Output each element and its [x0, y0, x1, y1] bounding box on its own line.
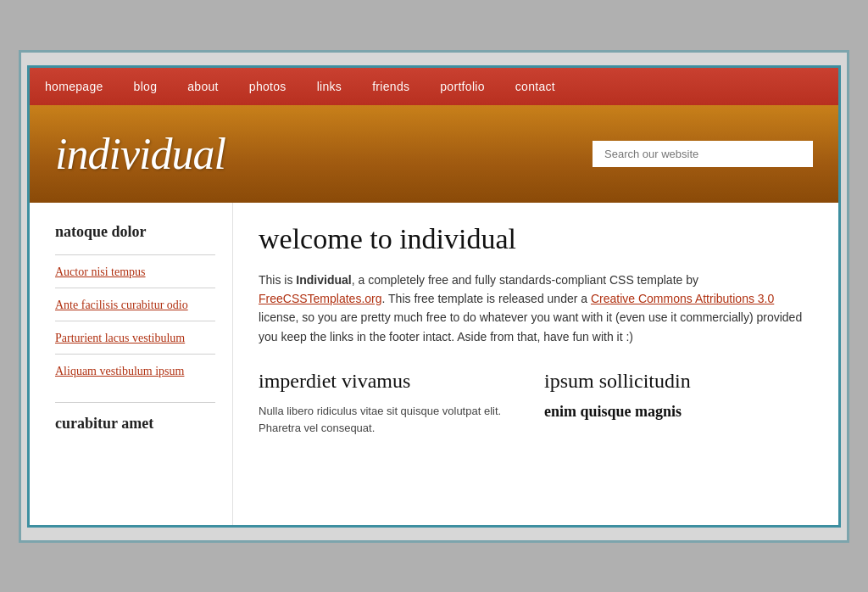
freecss-link[interactable]: FreeCSSTemplates.org	[259, 292, 382, 305]
sidebar-link-item: Aliquam vestibulum ipsum	[55, 354, 215, 387]
intro-paragraph: This is Individual, a completely free an…	[259, 271, 813, 347]
sidebar-link[interactable]: Auctor nisi tempus	[55, 265, 146, 278]
sidebar-link[interactable]: Aliquam vestibulum ipsum	[55, 365, 184, 377]
col-left-text: Nulla libero ridiculus vitae sit quisque…	[259, 403, 527, 437]
nav-item-contact[interactable]: contact	[500, 68, 570, 105]
sidebar-link[interactable]: Ante facilisis curabitur odio	[55, 299, 188, 311]
sidebar: natoque dolor Auctor nisi tempusAnte fac…	[30, 203, 233, 525]
col-left: imperdiet vivamus Nulla libero ridiculus…	[259, 370, 544, 437]
col-left-heading: imperdiet vivamus	[259, 370, 527, 393]
sidebar-heading-2: curabitur amet	[55, 402, 215, 433]
sidebar-link-item: Ante facilisis curabitur odio	[55, 288, 215, 321]
welcome-heading: welcome to individual	[259, 223, 813, 255]
content-area: natoque dolor Auctor nisi tempusAnte fac…	[30, 203, 838, 525]
nav-item-homepage[interactable]: homepage	[30, 68, 119, 105]
sidebar-link-item: Parturient lacus vestibulum	[55, 321, 215, 354]
navbar: homepageblogaboutphotoslinksfriendsportf…	[30, 68, 838, 105]
main-content: welcome to individual This is Individual…	[233, 203, 838, 525]
nav-item-friends[interactable]: friends	[357, 68, 425, 105]
col-right: ipsum sollicitudin enim quisque magnis	[544, 370, 813, 437]
sidebar-link[interactable]: Parturient lacus vestibulum	[55, 332, 185, 344]
site-title: individual	[55, 129, 225, 179]
nav-item-about[interactable]: about	[172, 68, 234, 105]
sidebar-link-item: Auctor nisi tempus	[55, 254, 215, 288]
nav-item-links[interactable]: links	[302, 68, 358, 105]
cc-link[interactable]: Creative Commons Attributions 3.0	[591, 292, 774, 305]
nav-item-blog[interactable]: blog	[119, 68, 173, 105]
col-right-subheading: enim quisque magnis	[544, 403, 813, 421]
search-input[interactable]	[593, 141, 813, 167]
two-column-section: imperdiet vivamus Nulla libero ridiculus…	[259, 370, 813, 437]
sidebar-heading-1: natoque dolor	[55, 223, 215, 241]
nav-item-photos[interactable]: photos	[234, 68, 302, 105]
nav-item-portfolio[interactable]: portfolio	[425, 68, 500, 105]
col-right-heading: ipsum sollicitudin	[544, 370, 813, 393]
site-header: individual	[30, 105, 838, 203]
brand-name: Individual	[296, 273, 351, 287]
